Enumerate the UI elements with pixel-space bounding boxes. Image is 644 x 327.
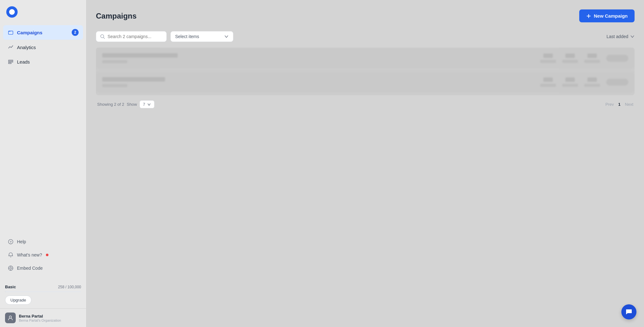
show-label: Show	[127, 102, 137, 107]
show-value: 7	[143, 102, 145, 107]
page-title: Campaigns	[96, 12, 136, 20]
pagination-bar: Showing 2 of 2 Show 7 Prev 1 Next	[96, 95, 635, 113]
campaign-stat-2a	[540, 77, 556, 87]
sidebar-item-whats-new-label: What's new?	[17, 252, 42, 257]
svg-line-17	[103, 37, 105, 39]
campaign-stat-2b	[562, 77, 578, 87]
current-page[interactable]: 1	[618, 102, 620, 107]
app-logo	[6, 6, 18, 18]
campaign-title-block-1	[102, 53, 534, 63]
campaign-title-block-2	[102, 77, 534, 87]
user-info: Berna Partal Berna Partal's Organization	[19, 314, 61, 322]
sidebar-item-campaigns[interactable]: Campaigns 2	[3, 25, 83, 40]
help-icon: ?	[8, 239, 14, 245]
search-box[interactable]	[96, 31, 167, 42]
showing-text: Showing 2 of 2 Show 7	[97, 100, 154, 108]
sort-dropdown[interactable]: Last added	[607, 34, 635, 39]
select-items-label: Select items	[175, 34, 222, 39]
campaign-stat-1b	[562, 54, 578, 63]
svg-rect-2	[8, 60, 13, 61]
user-org: Berna Partal's Organization	[19, 319, 61, 322]
plan-section: Basic 258 / 100,000 Upgrade	[0, 281, 86, 308]
prev-page-button[interactable]: Prev	[605, 102, 614, 107]
plan-usage: 258 / 100,000	[58, 285, 81, 289]
chevron-down-icon	[224, 34, 229, 39]
campaigns-badge: 2	[72, 29, 79, 36]
plan-progress-fill	[5, 291, 5, 292]
avatar	[5, 313, 16, 323]
search-input[interactable]	[108, 34, 163, 39]
campaign-status-badge-1	[606, 55, 628, 62]
new-campaign-button[interactable]: New Campaign	[579, 9, 635, 22]
search-icon	[100, 34, 105, 39]
chat-widget[interactable]	[621, 304, 636, 319]
user-name: Berna Partal	[19, 314, 61, 319]
sidebar-nav: Campaigns 2 Analytics Leads	[0, 25, 86, 232]
svg-rect-3	[8, 61, 13, 62]
notification-dot	[46, 254, 48, 256]
sidebar-item-analytics[interactable]: Analytics	[3, 40, 83, 54]
sidebar-item-leads-label: Leads	[17, 59, 79, 65]
svg-point-16	[101, 35, 104, 38]
page-header: Campaigns New Campaign	[96, 9, 635, 22]
svg-rect-4	[8, 63, 11, 64]
sidebar-item-embed-code-label: Embed Code	[17, 266, 43, 271]
sidebar-item-analytics-label: Analytics	[17, 45, 79, 50]
svg-point-8	[10, 267, 11, 269]
chat-icon	[625, 308, 632, 315]
main-content: Campaigns New Campaign Select items Last	[86, 0, 644, 327]
plus-icon	[586, 14, 591, 19]
svg-text:?: ?	[10, 240, 12, 244]
next-page-button[interactable]: Next	[625, 102, 633, 107]
showing-count: Showing 2 of 2	[97, 102, 124, 107]
sort-label: Last added	[607, 34, 628, 39]
sidebar-item-leads[interactable]: Leads	[3, 55, 83, 69]
sidebar-item-help[interactable]: ? Help	[3, 235, 83, 248]
campaigns-list	[96, 48, 635, 95]
sidebar-item-embed-code[interactable]: Embed Code	[3, 262, 83, 274]
select-items-dropdown[interactable]: Select items	[170, 31, 233, 42]
sidebar-item-help-label: Help	[17, 239, 26, 244]
campaign-stat-2c	[584, 77, 600, 87]
bell-icon	[8, 252, 14, 258]
show-chevron-icon	[147, 103, 151, 106]
campaign-card-1[interactable]	[96, 48, 635, 69]
campaign-stat-1c	[584, 54, 600, 63]
plan-progress-bar	[5, 291, 81, 292]
leads-icon	[8, 59, 14, 65]
page-nav: Prev 1 Next	[605, 102, 633, 107]
toolbar: Select items Last added	[96, 31, 635, 42]
analytics-icon	[8, 44, 14, 50]
logo-area[interactable]	[0, 0, 86, 25]
embed-icon	[8, 265, 14, 271]
svg-point-13	[9, 316, 11, 318]
sort-chevron-icon	[630, 34, 635, 39]
campaign-status-badge-2	[606, 79, 628, 86]
plan-name: Basic	[5, 285, 16, 289]
sidebar: Campaigns 2 Analytics Leads	[0, 0, 86, 327]
show-per-page-select[interactable]: 7	[140, 100, 154, 108]
campaign-stat-1a	[540, 54, 556, 63]
sidebar-bottom: ? Help What's new?	[0, 232, 86, 281]
folder-icon	[8, 29, 14, 36]
campaign-card-2[interactable]	[96, 71, 635, 93]
upgrade-button[interactable]: Upgrade	[5, 296, 31, 305]
user-section[interactable]: Berna Partal Berna Partal's Organization	[0, 308, 86, 327]
sidebar-item-campaigns-label: Campaigns	[17, 30, 69, 35]
sidebar-item-whats-new[interactable]: What's new?	[3, 249, 83, 261]
